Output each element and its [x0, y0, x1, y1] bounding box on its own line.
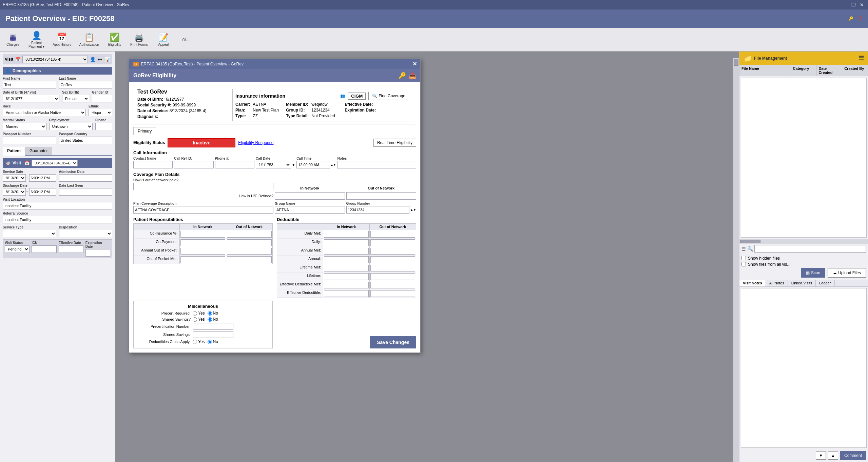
eff-ded-met-out-input[interactable] — [370, 282, 415, 288]
daily-out-input[interactable] — [370, 239, 415, 246]
tab-patient[interactable]: Patient — [3, 147, 25, 156]
tab-linked-visits[interactable]: Linked Visits — [788, 280, 816, 286]
visit-select[interactable]: 08/13/2024 (34185-4) — [32, 160, 78, 166]
find-coverage-button[interactable]: 🔍 Find Coverage — [368, 92, 409, 100]
discharge-date-select[interactable]: 8/13/2024 — [3, 188, 26, 196]
finance-input[interactable] — [95, 123, 112, 130]
scan-button[interactable]: ▦ Scan — [801, 268, 825, 278]
visit-status-select[interactable]: Pending — [5, 245, 30, 253]
nav-down-button[interactable]: ▼ — [816, 451, 826, 460]
eff-ded-in-input[interactable] — [324, 290, 368, 297]
lifetime-met-in-input[interactable] — [324, 265, 368, 272]
precert-num-input[interactable] — [193, 323, 233, 330]
dc-yes-radio[interactable] — [193, 340, 197, 344]
plan-desc-input[interactable] — [133, 206, 273, 214]
shared-savings-val-input[interactable] — [193, 331, 233, 338]
precert-yes-option[interactable]: Yes — [193, 311, 205, 316]
co-payment-in-input[interactable] — [180, 239, 225, 246]
restore-btn[interactable]: ❐ — [850, 2, 857, 7]
race-select[interactable]: American Indian or Alaska Native — [3, 109, 86, 116]
group-name-input[interactable] — [275, 206, 345, 214]
service-date-select[interactable]: 8/13/2024 — [3, 174, 26, 182]
user-modal-icon[interactable]: 🔑 — [399, 72, 406, 79]
passport-country-input[interactable] — [59, 137, 113, 144]
toolbar-appeal[interactable]: 📝 Appeal — [153, 31, 174, 48]
dc-no-option[interactable]: No — [208, 339, 218, 344]
toolbar-eligibility[interactable]: ✅ Eligibility — [104, 31, 125, 48]
last-name-input[interactable] — [59, 81, 113, 88]
middle-scrollbar[interactable] — [733, 58, 739, 462]
effective-date-input[interactable] — [59, 245, 83, 253]
annual-oop-out-input[interactable] — [227, 248, 272, 255]
expiration-date-input[interactable] — [85, 249, 110, 257]
user-icon[interactable]: 🔑 — [848, 16, 853, 21]
export-modal-icon[interactable]: 📤 — [409, 72, 416, 79]
co-payment-out-input[interactable] — [227, 239, 272, 246]
precert-yes-radio[interactable] — [193, 311, 197, 316]
precert-no-radio[interactable] — [208, 311, 212, 316]
in-network-uc-input[interactable] — [275, 192, 345, 200]
eff-ded-out-input[interactable] — [370, 290, 415, 297]
ss-no-option[interactable]: No — [208, 317, 218, 322]
daily-met-in-input[interactable] — [324, 231, 368, 238]
out-network-uc-input[interactable] — [346, 192, 417, 200]
call-ref-id-input[interactable] — [174, 161, 213, 168]
service-type-select[interactable] — [3, 230, 56, 237]
toolbar-authorization[interactable]: 📋 Authorization — [77, 31, 102, 48]
disposition-select[interactable] — [59, 230, 113, 237]
tab-primary[interactable]: Primary — [133, 127, 156, 135]
sex-select[interactable]: Female — [62, 95, 89, 102]
phone-input[interactable] — [215, 161, 254, 168]
dob-select[interactable]: 6/12/1977 — [3, 95, 59, 102]
call-date-select[interactable]: 1/1/1753 — [256, 161, 291, 168]
tab-visit-notes[interactable]: Visit Notes — [739, 280, 766, 286]
lifetime-in-input[interactable] — [324, 273, 368, 280]
real-time-eligibility-button[interactable]: Real Time Eligibility — [373, 139, 416, 147]
minimize-btn[interactable]: ─ — [843, 2, 849, 7]
eligibility-response-link[interactable]: Eligibility Response — [238, 140, 273, 145]
oop-met-in-input[interactable] — [180, 256, 225, 263]
modal-close-button[interactable]: ✕ — [412, 61, 417, 67]
call-time-input[interactable] — [296, 161, 330, 168]
service-time-input[interactable] — [29, 174, 56, 182]
annual-met-in-input[interactable] — [324, 248, 368, 255]
daily-met-out-input[interactable] — [370, 231, 415, 238]
precert-no-option[interactable]: No — [208, 311, 218, 316]
passport-num-input[interactable] — [3, 137, 56, 144]
save-changes-button[interactable]: Save Changes — [370, 336, 416, 348]
oop-met-out-input[interactable] — [227, 256, 272, 263]
marital-select[interactable]: Married — [3, 123, 46, 130]
date-last-seen-input[interactable] — [59, 188, 113, 196]
first-name-input[interactable] — [3, 81, 56, 88]
tab-ledger[interactable]: Ledger — [816, 280, 834, 286]
tab-all-notes[interactable]: All Notes — [766, 280, 788, 286]
ethnicity-select[interactable]: Hispa — [89, 109, 112, 116]
tab-guarantor[interactable]: Guarantor — [25, 147, 52, 155]
annual-out-input[interactable] — [370, 256, 415, 263]
annual-in-input[interactable] — [324, 256, 368, 263]
ss-yes-option[interactable]: Yes — [193, 317, 205, 322]
eff-ded-met-in-input[interactable] — [324, 282, 368, 288]
notes-input[interactable] — [337, 161, 416, 168]
show-hidden-checkbox[interactable] — [741, 256, 746, 260]
show-all-checkbox[interactable] — [741, 262, 746, 266]
employment-select[interactable]: Unknown — [49, 123, 93, 130]
comment-button[interactable]: Comment — [840, 451, 866, 460]
gender-input[interactable] — [92, 95, 112, 102]
contact-name-input[interactable] — [133, 161, 173, 168]
hamburger-icon[interactable]: ☰ — [741, 246, 746, 252]
annual-met-out-input[interactable] — [370, 248, 415, 255]
out-of-network-input[interactable] — [133, 183, 273, 190]
dc-yes-option[interactable]: Yes — [193, 339, 205, 344]
lifetime-out-input[interactable] — [370, 273, 415, 280]
daily-in-input[interactable] — [324, 239, 368, 246]
horiz-scrollbar[interactable] — [739, 239, 868, 244]
group-number-input[interactable] — [346, 206, 410, 214]
dc-no-radio[interactable] — [208, 340, 212, 344]
referral-source-input[interactable] — [3, 216, 112, 223]
ss-no-radio[interactable] — [208, 317, 212, 322]
co-insurance-out-input[interactable] — [227, 231, 272, 238]
admission-date-input[interactable] — [59, 174, 113, 182]
visit-location-input[interactable] — [3, 202, 112, 209]
co-insurance-in-input[interactable] — [180, 231, 225, 238]
